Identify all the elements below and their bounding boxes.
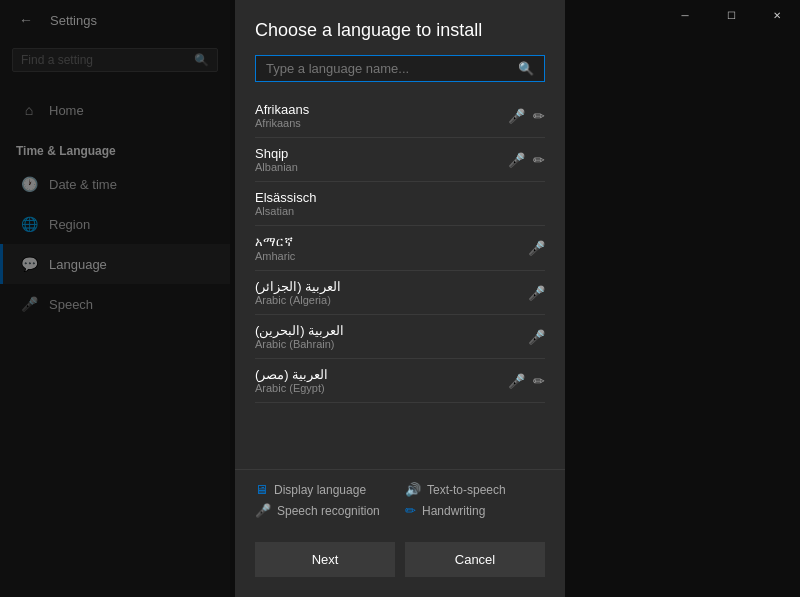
close-button[interactable]: ✕ [754, 0, 800, 30]
language-subname: Albanian [255, 161, 508, 173]
language-search-box: 🔍 [255, 55, 545, 82]
language-dialog: Choose a language to install 🔍 Afrikaans… [235, 0, 565, 597]
language-name: አማርኛ [255, 234, 528, 250]
speech-recognition-icon: 🎤 [255, 503, 271, 518]
handwriting-icon: ✏ [533, 373, 545, 389]
minimize-button[interactable]: ─ [662, 0, 708, 30]
handwriting-icon: ✏ [533, 108, 545, 124]
list-item[interactable]: አማርኛ Amharic 🎤 [255, 226, 545, 271]
language-name: العربية (مصر) [255, 367, 508, 382]
maximize-button[interactable]: ☐ [708, 0, 754, 30]
feature-text-to-speech: 🔊 Text-to-speech [405, 482, 545, 497]
language-name: العربية (الجزائر) [255, 279, 528, 294]
feature-display-language-label: Display language [274, 483, 366, 497]
speech-icon: 🎤 [508, 152, 525, 168]
window-controls: ─ ☐ ✕ [662, 0, 800, 30]
language-subname: Arabic (Egypt) [255, 382, 508, 394]
display-language-icon: 🖥 [255, 482, 268, 497]
speech-icon: 🎤 [528, 285, 545, 301]
cancel-button[interactable]: Cancel [405, 542, 545, 577]
handwriting-icon: ✏ [533, 152, 545, 168]
language-subname: Amharic [255, 250, 528, 262]
feature-text-to-speech-label: Text-to-speech [427, 483, 506, 497]
dialog-title: Choose a language to install [235, 0, 565, 55]
language-subname: Afrikaans [255, 117, 508, 129]
language-subname: Alsatian [255, 205, 545, 217]
speech-icon: 🎤 [528, 240, 545, 256]
feature-handwriting: ✏ Handwriting [405, 503, 545, 518]
language-name: Shqip [255, 146, 508, 161]
list-item[interactable]: Afrikaans Afrikaans 🎤 ✏ [255, 94, 545, 138]
next-button[interactable]: Next [255, 542, 395, 577]
feature-display-language: 🖥 Display language [255, 482, 395, 497]
language-list: Afrikaans Afrikaans 🎤 ✏ Shqip Albanian 🎤… [235, 94, 565, 469]
features-grid: 🖥 Display language 🔊 Text-to-speech 🎤 Sp… [235, 469, 565, 530]
speech-icon: 🎤 [508, 108, 525, 124]
dialog-buttons: Next Cancel [235, 530, 565, 597]
feature-speech-recognition: 🎤 Speech recognition [255, 503, 395, 518]
language-subname: Arabic (Algeria) [255, 294, 528, 306]
speech-icon: 🎤 [528, 329, 545, 345]
dialog-overlay: Choose a language to install 🔍 Afrikaans… [0, 0, 800, 597]
language-name: Elsässisch [255, 190, 545, 205]
list-item[interactable]: Shqip Albanian 🎤 ✏ [255, 138, 545, 182]
language-search-icon: 🔍 [518, 61, 534, 76]
language-search-input[interactable] [266, 61, 518, 76]
text-to-speech-icon: 🔊 [405, 482, 421, 497]
feature-handwriting-label: Handwriting [422, 504, 485, 518]
list-item[interactable]: العربية (البحرين) Arabic (Bahrain) 🎤 [255, 315, 545, 359]
list-item[interactable]: Elsässisch Alsatian [255, 182, 545, 226]
speech-icon: 🎤 [508, 373, 525, 389]
language-name: العربية (البحرين) [255, 323, 528, 338]
feature-speech-recognition-label: Speech recognition [277, 504, 380, 518]
list-item[interactable]: العربية (مصر) Arabic (Egypt) 🎤 ✏ [255, 359, 545, 403]
language-name: Afrikaans [255, 102, 508, 117]
list-item[interactable]: العربية (الجزائر) Arabic (Algeria) 🎤 [255, 271, 545, 315]
handwriting-feature-icon: ✏ [405, 503, 416, 518]
language-subname: Arabic (Bahrain) [255, 338, 528, 350]
